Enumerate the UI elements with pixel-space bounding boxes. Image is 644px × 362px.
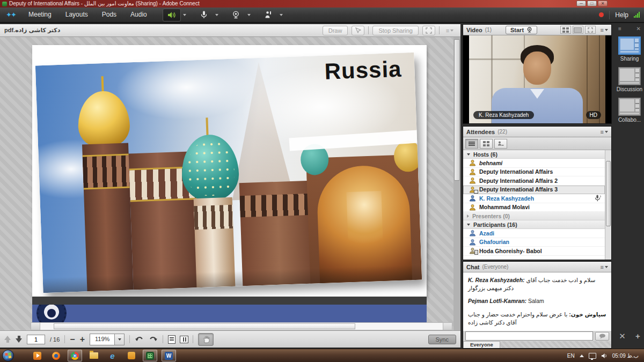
participants-section-header[interactable]: Participants (16) <box>463 220 605 229</box>
redo-button[interactable] <box>149 336 158 343</box>
menu-pods[interactable]: Pods <box>95 8 123 22</box>
host-screenshare-icon <box>469 186 476 193</box>
minimize-button[interactable]: ─ <box>576 1 586 6</box>
vertical-scroll-thumb[interactable] <box>454 39 460 181</box>
video-pod-menu-button[interactable]: ≡ <box>601 27 608 33</box>
maximize-button[interactable]: □ <box>587 1 597 6</box>
draw-button[interactable]: Draw <box>323 26 348 35</box>
attendee-row-presenting[interactable]: Deputy International Affairs 3 <box>463 186 605 195</box>
chat-tabs: Everyone <box>463 341 611 348</box>
attendees-pod-header: Attendees (22) ≡ <box>463 127 611 137</box>
zoom-out-button[interactable]: − <box>70 335 75 344</box>
host-person-icon <box>469 159 476 166</box>
send-message-button[interactable] <box>595 332 609 341</box>
app-taskbar-icon[interactable] <box>124 350 138 361</box>
attendee-list-view-button[interactable] <box>465 139 478 149</box>
horizontal-scroll-thumb[interactable] <box>54 323 355 329</box>
horizontal-scrollbar[interactable] <box>31 322 452 330</box>
menu-meeting[interactable]: Meeting <box>21 8 58 22</box>
undo-button[interactable] <box>135 336 144 343</box>
fit-page-button[interactable] <box>168 335 175 344</box>
chat-input[interactable] <box>465 331 593 341</box>
zoom-in-button[interactable]: + <box>80 335 85 344</box>
attendee-row-self[interactable]: K. Reza Kashyzadeh <box>463 194 605 203</box>
scroll-right-button[interactable] <box>443 323 452 330</box>
add-layout-button[interactable]: + <box>635 331 640 341</box>
microphone-dropdown[interactable] <box>213 9 221 21</box>
camera-icon <box>526 27 532 33</box>
hosts-section-header[interactable]: Hosts (6) <box>463 150 605 159</box>
grid-view-button[interactable] <box>560 26 571 34</box>
layout-discussion-label[interactable]: Discussion <box>615 86 644 92</box>
zoom-dropdown-button[interactable] <box>114 334 124 345</box>
stop-sharing-button[interactable]: Stop Sharing <box>372 26 419 35</box>
volume-icon[interactable] <box>601 353 608 359</box>
menu-audio[interactable]: Audio <box>123 8 154 22</box>
chat-scope: (Everyone) <box>482 264 508 270</box>
chrome-taskbar-icon[interactable] <box>68 350 82 361</box>
layout-collaboration-thumbnail[interactable] <box>618 98 641 116</box>
microphone-button[interactable] <box>195 9 213 21</box>
menu-layouts[interactable]: Layouts <box>58 8 95 22</box>
attendee-row[interactable]: Deputy International Affairs <box>463 168 605 177</box>
fit-width-button[interactable] <box>180 336 188 343</box>
attendees-scroll-thumb[interactable] <box>606 161 611 226</box>
video-fullscreen-button[interactable] <box>585 26 596 34</box>
sync-button[interactable]: Sync <box>428 335 456 344</box>
next-page-button[interactable] <box>16 336 22 343</box>
scroll-left-button[interactable] <box>31 323 40 330</box>
chat-pod-menu-button[interactable]: ≡ <box>601 264 608 270</box>
share-pod-menu-button[interactable]: ≡ <box>443 26 456 35</box>
layout-sharing-thumbnail[interactable] <box>618 36 641 55</box>
media-player-taskbar-icon[interactable] <box>30 350 45 361</box>
status-dropdown[interactable] <box>277 9 285 21</box>
status-button[interactable] <box>259 9 277 21</box>
attendee-row[interactable]: Ghafourian <box>463 238 605 247</box>
speaker-dropdown[interactable] <box>181 9 188 21</box>
pan-tool-button[interactable] <box>198 333 214 346</box>
fullscreen-button[interactable] <box>422 26 435 35</box>
taskbar-clock[interactable]: 05:09 ب.ظ <box>612 353 639 359</box>
language-indicator[interactable]: EN <box>567 353 575 359</box>
explorer-taskbar-icon[interactable] <box>86 350 101 361</box>
start-webcam-button[interactable]: Start <box>506 26 537 34</box>
start-button[interactable] <box>2 350 14 361</box>
close-button[interactable]: ✕ <box>598 1 608 6</box>
share-pod-buttons: Draw Stop Sharing ≡ <box>323 26 456 35</box>
webcam-dropdown[interactable] <box>245 9 253 21</box>
speaker-button[interactable] <box>163 9 181 21</box>
attendee-status-view-button[interactable] <box>494 139 507 149</box>
filmstrip-view-button[interactable] <box>573 26 583 34</box>
delete-layout-button[interactable]: ✕ <box>619 331 626 341</box>
attendees-pod-menu-button[interactable]: ≡ <box>601 129 608 135</box>
page-number-input[interactable] <box>27 335 45 344</box>
layout-collaboration-label[interactable]: Collabo... <box>615 117 644 123</box>
attendees-scrollbar[interactable] <box>605 150 611 260</box>
presenters-section-header[interactable]: Presenters (0) <box>463 212 605 220</box>
internet-explorer-taskbar-icon[interactable]: e <box>105 350 120 361</box>
attendee-row[interactable]: Hoda Ghoreishy- Babol <box>463 247 605 256</box>
webcam-button[interactable] <box>227 9 245 21</box>
layout-bar-menu-button[interactable]: ≡ <box>618 26 621 32</box>
network-icon[interactable] <box>589 353 596 359</box>
zoom-level-select[interactable]: 119% <box>90 334 125 345</box>
tray-expand-icon[interactable] <box>580 354 584 357</box>
layout-bar-close-icon[interactable]: ✕ <box>636 26 641 32</box>
layout-discussion-thumbnail[interactable] <box>618 67 641 85</box>
pointer-button[interactable] <box>352 26 364 35</box>
menubar: ✦✦ Meeting Layouts Pods Audio <box>0 8 644 23</box>
word-taskbar-icon[interactable]: W <box>162 350 176 361</box>
attendee-row[interactable]: Mohammad Molavi <box>463 203 605 212</box>
chat-tab-everyone[interactable]: Everyone <box>463 341 500 348</box>
attendee-row[interactable]: Deputy International Affairs 2 <box>463 176 605 186</box>
previous-page-button[interactable] <box>4 336 11 343</box>
adobe-connect-taskbar-icon[interactable] <box>143 350 157 361</box>
attendee-row[interactable]: behnami <box>463 159 605 168</box>
firefox-taskbar-icon[interactable] <box>49 350 63 361</box>
menu-help[interactable]: Help <box>615 11 628 19</box>
vertical-scrollbar[interactable] <box>453 37 460 330</box>
attendee-grid-view-button[interactable] <box>480 139 493 149</box>
attendee-row[interactable]: Azadi <box>463 229 605 238</box>
layout-sharing-label[interactable]: Sharing <box>615 56 644 62</box>
chat-pod-title: Chat <box>466 264 479 270</box>
